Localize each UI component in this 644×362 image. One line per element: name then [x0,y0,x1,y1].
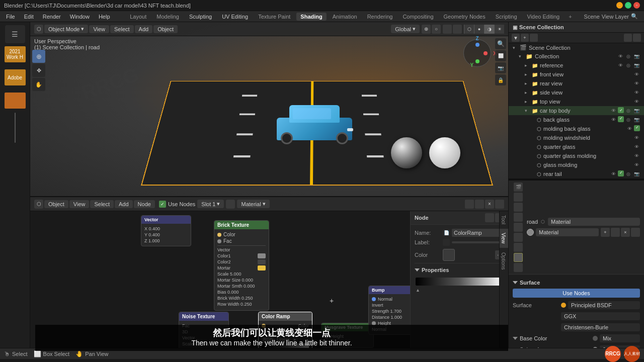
sc-coll-eye[interactable]: 👁 [617,53,624,60]
material-props-icon[interactable] [514,253,523,262]
scene-label[interactable]: Scene [584,14,600,20]
camera-view-btn[interactable]: 📷 [495,62,506,73]
proportional-btn[interactable]: ○ [432,25,441,34]
close-btn[interactable]: × [485,200,494,209]
xray-btn[interactable] [453,25,462,34]
global-dropdown[interactable]: Global▾ [391,25,420,33]
sc-qgm-eye[interactable]: 👁 [633,152,640,159]
mat-settings-btn[interactable] [631,228,640,237]
object-props-icon[interactable] [514,233,523,242]
base-color-expand[interactable] [513,337,518,340]
scene-props-icon[interactable] [514,213,523,222]
overlay-btn[interactable] [443,25,452,34]
status-box-select[interactable]: ⬜ Box Select [34,350,70,357]
sc-add-btn[interactable]: + [521,34,529,42]
zoom-in-btn[interactable]: 🔍 [495,38,506,49]
move-tool[interactable]: ✥ [32,64,45,77]
geometry-nodes-tab[interactable]: Geometry Nodes [440,13,490,21]
sc-root[interactable]: ▾ 🎬 Scene Collection [509,43,644,52]
layout-tab[interactable]: Layout [126,13,150,21]
gizmo-y-dot[interactable] [475,59,479,63]
sc-ctb-select[interactable]: ◎ [625,107,632,114]
tool-tab[interactable]: Tool [500,211,508,229]
rendering-tab[interactable]: Rendering [363,13,397,21]
texture-paint-tab[interactable]: Texture Paint [254,13,294,21]
gizmo-z-dot[interactable] [475,43,479,47]
wireframe-btn[interactable]: ⬡ [464,25,474,34]
material-dropdown[interactable]: Material▾ [237,200,269,208]
material-preview-btn[interactable]: ◑ [484,25,494,34]
sc-glass-molding[interactable]: ⬡ glass molding 👁 [509,160,644,169]
sc-molding-back-glass[interactable]: ⬡ molding back glass 👁 ✓ [509,124,644,133]
viewport-add-menu[interactable]: Add [135,25,153,33]
sc-filter-btn[interactable]: ▼ [512,34,520,42]
search-icon[interactable]: 🔍 [631,13,638,20]
view-props-icon[interactable] [514,203,523,212]
data-props-icon[interactable] [514,263,523,272]
ramp-gradient[interactable] [416,278,503,286]
sc-quarter-glass[interactable]: ⬡ quarter glass 👁 [509,142,644,151]
node-node-btn[interactable]: Node [134,200,155,208]
sc-fv-eye[interactable]: 👁 [633,71,640,78]
slot-dropdown[interactable]: Slot 1▾ [197,200,224,208]
options-tab[interactable]: Options [500,248,508,274]
menu-file[interactable]: File [2,13,19,21]
viewport-select-menu[interactable]: Select [110,25,134,33]
use-nodes-button[interactable]: Use Nodes [513,289,640,298]
maximize-button[interactable]: □ [625,2,631,9]
sc-mbg-eye[interactable]: 👁 [626,125,633,132]
folder-adobe[interactable]: Adobe [5,69,26,85]
sc-ref-eye[interactable]: 👁 [617,62,624,69]
object-mode-dropdown[interactable]: Object Mode ▾ [44,25,88,33]
rendered-btn[interactable]: ☀ [494,25,504,34]
pin-btn[interactable] [465,200,474,209]
sc-qg-eye[interactable]: 👁 [633,143,640,150]
node-sphere-preview[interactable] [226,200,235,209]
sc-rear-view[interactable]: ▸ 📁 rear view 👁 [509,79,644,88]
sc-side-view[interactable]: ▸ 📁 side view 👁 [509,88,644,97]
mat-del-btn[interactable]: × [621,228,630,237]
sc-ref-render[interactable]: 📷 [633,62,640,69]
lock-view-btn[interactable]: 🔒 [495,74,506,85]
sc-ref-select[interactable]: ◎ [625,62,632,69]
surface-expand[interactable] [513,281,518,284]
compositing-tab[interactable]: Compositing [398,13,437,21]
menu-edit[interactable]: Edit [20,13,38,21]
sc-back-glass[interactable]: ⬡ back glass 👁 ✓ ◎ 📷 [509,115,644,124]
sc-rt-eye[interactable]: 👁 [610,170,617,177]
scripting-tab[interactable]: Scripting [492,13,521,21]
node-object-btn[interactable]: Object [44,200,68,208]
sc-restrict-btn[interactable] [624,34,632,42]
sc-gm-eye[interactable]: 👁 [633,161,640,168]
sc-reference[interactable]: ▸ 📁 reference 👁 ◎ 📷 [509,61,644,70]
sc-search-btn[interactable] [530,34,538,42]
sc-rt-sel[interactable]: ◎ [625,170,632,177]
mat-new-btn[interactable]: + [601,228,610,237]
solid-btn[interactable]: ● [474,25,484,34]
mat-copy-btn[interactable] [611,228,620,237]
view-layer-label[interactable]: View Layer [602,14,629,20]
node-editor-icon[interactable]: ⬡ [34,200,43,209]
gizmo-x-dot[interactable] [484,51,488,55]
hand-tool[interactable]: ✋ [32,78,45,91]
sc-coll-select[interactable]: ◎ [625,53,632,60]
sc-molding-windshield[interactable]: ⬡ molding windshield 👁 [509,133,644,142]
sc-collection[interactable]: ▾ 📁 Collection 👁 ◎ 📷 [509,52,644,61]
sc-rv-eye[interactable]: 👁 [633,80,640,87]
sc-car-top-body[interactable]: ▾ 📁 car top body 👁 ✓ ◎ 📷 [509,106,644,115]
subsurface-method-dropdown[interactable]: Christensen-Burle [561,323,640,331]
minimize-button[interactable]: − [616,2,623,9]
sc-bg-sel[interactable]: ◎ [625,116,632,123]
status-select[interactable]: 🖱 Select [4,350,28,357]
node-name-value[interactable]: ColorRamp [452,229,504,237]
cursor-tool[interactable]: ⊕ [32,50,45,63]
use-nodes-checkbox[interactable]: ✓ [159,201,166,208]
sc-top-view[interactable]: ▸ 📁 top view 👁 [509,97,644,106]
color-picker-btn[interactable] [443,249,492,261]
view-tab[interactable]: View [500,229,508,248]
node-vector[interactable]: Vector X 0.400 Y 0.400 Z 1.000 [141,215,191,246]
zoom-fit-btn[interactable]: ⬜ [495,50,506,61]
folder-3[interactable] [5,93,26,109]
surface-type-dropdown[interactable]: Principled BSDF [568,301,640,309]
sc-sv-eye[interactable]: 👁 [633,89,640,96]
